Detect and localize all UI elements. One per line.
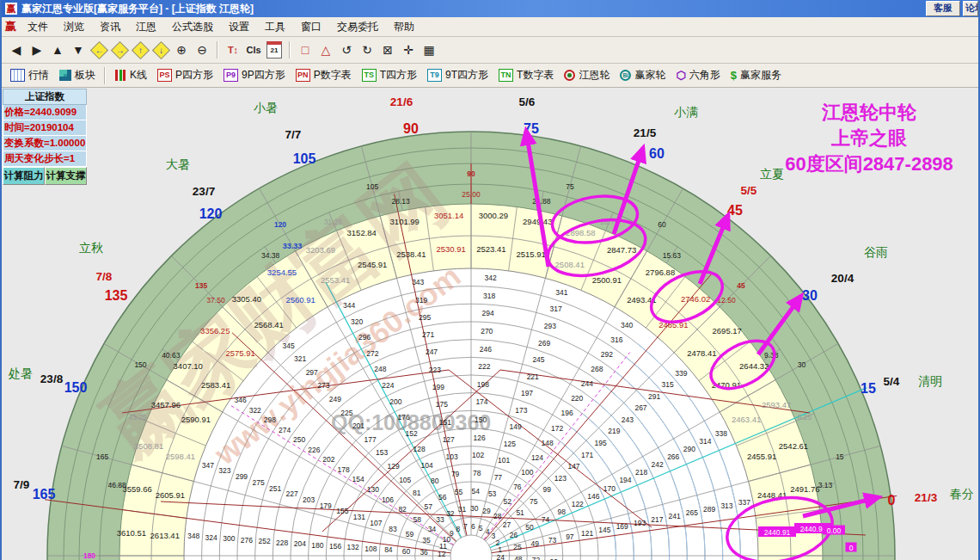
svg-text:75: 75: [530, 497, 538, 506]
toolbar-item-hexagon[interactable]: ⬡六角形: [671, 66, 725, 84]
move-tool-icon[interactable]: ✛: [399, 40, 418, 59]
toolbar-item-t-square[interactable]: TST四方形: [357, 66, 422, 84]
nav-up-icon[interactable]: ▲: [48, 40, 67, 59]
svg-text:3559.66: 3559.66: [122, 484, 151, 494]
toolbar-item-p-number-table[interactable]: PNP数字表: [291, 66, 357, 84]
svg-text:245: 245: [532, 355, 544, 364]
svg-text:271: 271: [422, 330, 434, 339]
svg-text:6: 6: [471, 522, 475, 531]
pan-right-icon[interactable]: →: [110, 40, 129, 59]
svg-text:135: 135: [105, 288, 128, 303]
svg-text:15: 15: [861, 381, 876, 396]
menu-item-8[interactable]: 交易委托: [329, 18, 386, 36]
toolbar-item-winner-wheel[interactable]: Bi赢家轮: [615, 66, 671, 84]
svg-text:28: 28: [493, 512, 502, 520]
menu-item-5[interactable]: 设置: [221, 18, 257, 36]
menu-item-6[interactable]: 工具: [257, 18, 293, 36]
nav-left-icon[interactable]: ◀: [7, 40, 26, 59]
rotate-cw-icon[interactable]: ↻: [358, 40, 377, 59]
svg-text:9.38: 9.38: [764, 351, 779, 360]
pan-left-icon[interactable]: ←: [89, 40, 108, 59]
cls-button[interactable]: Cls: [244, 40, 263, 59]
svg-text:203: 203: [303, 495, 315, 504]
svg-text:21/6: 21/6: [390, 95, 413, 108]
time-axis-icon[interactable]: T↕: [224, 40, 242, 59]
kline-label: K线: [130, 68, 147, 83]
calc-resistance-button[interactable]: 计算阻力: [3, 167, 45, 185]
menu-item-1[interactable]: 浏览: [56, 18, 92, 36]
svg-text:223: 223: [429, 366, 441, 374]
title-bar[interactable]: 赢 赢家江恩专业版[赢家服务平台] - [上证指数 江恩轮] 客服 论坛: [2, 0, 978, 17]
svg-text:295: 295: [419, 313, 431, 322]
svg-text:56: 56: [438, 493, 447, 502]
zoom-in-icon[interactable]: ⊕: [172, 40, 191, 59]
delete-box-icon[interactable]: ⊠: [378, 40, 397, 59]
svg-text:319: 319: [415, 296, 427, 305]
svg-text:121: 121: [581, 529, 593, 538]
nav-right-icon[interactable]: ▶: [28, 40, 46, 59]
application-window: 赢 赢家江恩专业版[赢家服务平台] - [上证指数 江恩轮] 客服 论坛 赢 文…: [0, 0, 980, 560]
svg-text:3305.40: 3305.40: [232, 294, 261, 304]
toolbar-item-winner-service[interactable]: $赢家服务: [726, 66, 787, 84]
toolbar-item-t-number-table[interactable]: TNT数字表: [493, 66, 559, 84]
svg-text:2598.41: 2598.41: [166, 452, 195, 461]
svg-text:2605.91: 2605.91: [156, 490, 185, 500]
rotate-ccw-icon[interactable]: ↺: [337, 40, 356, 59]
menu-item-0[interactable]: 文件: [20, 18, 56, 36]
toolbar-item-kline[interactable]: K线: [109, 66, 152, 84]
calc-support-button[interactable]: 计算支撑: [45, 167, 87, 185]
pan-up-icon[interactable]: ↑: [131, 40, 150, 59]
eraser-icon[interactable]: ▦: [420, 40, 438, 59]
toolbar-item-quotes[interactable]: 行情: [5, 66, 54, 84]
svg-text:266: 266: [667, 452, 679, 461]
svg-text:7/9: 7/9: [14, 478, 30, 491]
svg-text:79: 79: [451, 470, 460, 478]
svg-text:8: 8: [456, 525, 461, 533]
svg-text:清明: 清明: [918, 374, 942, 388]
triangle-tool-icon[interactable]: △: [316, 40, 335, 59]
square-tool-icon[interactable]: □: [296, 40, 315, 59]
toolbar-item-9t-square[interactable]: T99T四方形: [422, 66, 493, 84]
menu-item-7[interactable]: 窗口: [293, 18, 329, 36]
t-square-icon: TS: [362, 69, 377, 82]
menu-item-3[interactable]: 江恩: [128, 18, 164, 36]
svg-text:55: 55: [455, 488, 463, 496]
svg-text:198: 198: [477, 380, 489, 389]
nav-down-icon[interactable]: ▼: [69, 40, 88, 59]
svg-text:3407.10: 3407.10: [174, 361, 203, 371]
clipped-forum-button[interactable]: 论坛: [963, 1, 978, 16]
svg-text:77: 77: [494, 473, 503, 482]
calendar-icon[interactable]: 21: [265, 40, 284, 59]
menu-item-2[interactable]: 资讯: [92, 18, 128, 36]
9t-square-icon: T9: [427, 69, 442, 82]
svg-text:221: 221: [527, 372, 539, 381]
svg-text:201: 201: [352, 422, 364, 430]
toolbar-item-sectors[interactable]: 板块: [54, 66, 101, 84]
svg-text:297: 297: [306, 368, 318, 377]
svg-text:193: 193: [634, 519, 646, 527]
svg-text:30: 30: [798, 360, 806, 369]
customer-service-button[interactable]: 客服: [926, 1, 960, 16]
menu-item-4[interactable]: 公式选股: [164, 18, 221, 36]
svg-text:76: 76: [513, 483, 522, 491]
toolbar-item-9p-square[interactable]: P99P四方形: [218, 66, 291, 84]
toolbar-item-gann-wheel[interactable]: 江恩轮: [559, 66, 615, 84]
svg-text:175: 175: [436, 400, 448, 409]
svg-text:248: 248: [374, 365, 386, 373]
index-info-panel: 上证指数 价格=2440.9099时间=20190104变换系数=1.00000…: [3, 89, 87, 185]
pan-down-icon[interactable]: ↓: [151, 40, 170, 59]
info-row-3: 周天变化步长=1: [3, 151, 87, 167]
svg-text:339: 339: [675, 369, 687, 378]
menu-item-9[interactable]: 帮助: [386, 18, 422, 36]
zoom-out-icon[interactable]: ⊖: [193, 40, 211, 59]
toolbar-item-p-square[interactable]: PSP四方形: [152, 66, 218, 84]
svg-text:149: 149: [509, 422, 521, 431]
svg-text:323: 323: [218, 466, 230, 475]
svg-text:54: 54: [472, 487, 481, 495]
svg-text:24: 24: [497, 553, 505, 560]
svg-text:294: 294: [482, 309, 494, 317]
svg-text:75: 75: [566, 182, 574, 191]
t-number-table-label: T数字表: [517, 68, 554, 83]
gann-wheel-label: 江恩轮: [579, 68, 609, 83]
svg-text:6.25: 6.25: [798, 413, 812, 422]
